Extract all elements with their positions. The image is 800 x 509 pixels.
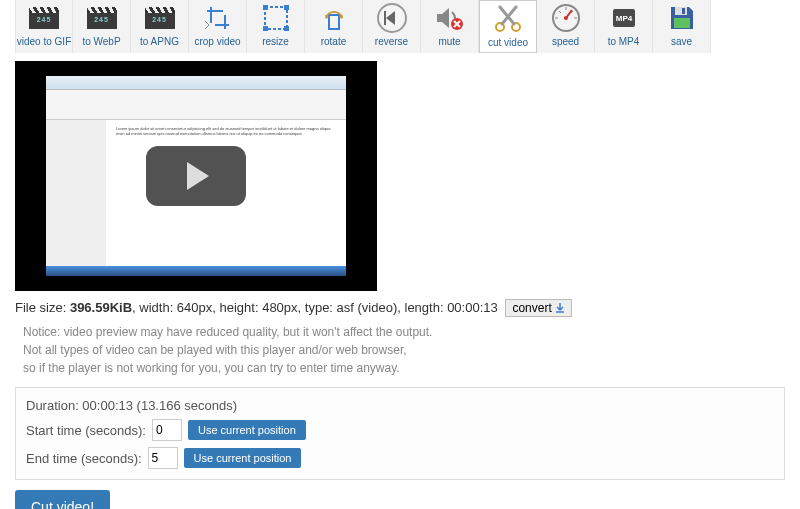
notice-line-1: Notice: video preview may have reduced q… [23, 323, 785, 341]
file-size-prefix: File size: [15, 300, 70, 315]
tool-label: mute [438, 36, 460, 47]
tool-label: to MP4 [608, 36, 640, 47]
use-current-end-button[interactable]: Use current position [184, 448, 302, 468]
svg-rect-7 [384, 11, 386, 25]
svg-rect-4 [284, 26, 289, 31]
play-icon [187, 162, 209, 190]
duration-label: Duration: 00:00:13 (13.166 seconds) [26, 398, 237, 413]
svg-rect-3 [263, 26, 268, 31]
tool-label: crop video [194, 36, 240, 47]
cut-panel: Duration: 00:00:13 (13.166 seconds) Star… [15, 387, 785, 480]
start-time-row: Start time (seconds): Use current positi… [26, 419, 774, 441]
tool-label: reverse [375, 36, 408, 47]
clapperboard-icon: 245 [144, 2, 176, 34]
svg-rect-15 [675, 7, 687, 15]
svg-rect-16 [682, 8, 685, 14]
tool-rotate[interactable]: rotate [305, 0, 363, 53]
svg-rect-5 [329, 15, 339, 29]
start-time-label: Start time (seconds): [26, 423, 146, 438]
clapperboard-icon: 245 [28, 2, 60, 34]
tool-to-mp4[interactable]: MP4 to MP4 [595, 0, 653, 53]
tool-mute[interactable]: mute [421, 0, 479, 53]
cut-video-button[interactable]: Cut video! [15, 490, 110, 509]
file-size-value: 396.59KiB [70, 300, 132, 315]
tool-label: to APNG [140, 36, 179, 47]
notice-line-2: Not all types of video can be played wit… [23, 341, 785, 359]
tool-label: resize [262, 36, 289, 47]
speedometer-icon [550, 2, 582, 34]
svg-text:MP4: MP4 [615, 14, 632, 23]
download-icon [555, 303, 565, 313]
use-current-start-button[interactable]: Use current position [188, 420, 306, 440]
svg-rect-1 [263, 5, 268, 10]
start-time-input[interactable] [152, 419, 182, 441]
reverse-icon [376, 2, 408, 34]
end-time-label: End time (seconds): [26, 451, 142, 466]
convert-label: convert [512, 301, 551, 315]
file-info: File size: 396.59KiB, width: 640px, heig… [15, 299, 785, 317]
tool-label: cut video [488, 37, 528, 48]
tool-label: speed [552, 36, 579, 47]
crop-icon [202, 2, 234, 34]
end-time-input[interactable] [148, 447, 178, 469]
notice-text: Notice: video preview may have reduced q… [23, 323, 785, 377]
duration-row: Duration: 00:00:13 (13.166 seconds) [26, 398, 774, 413]
play-button[interactable] [146, 146, 246, 206]
tool-label: video to GIF [17, 36, 71, 47]
svg-rect-0 [265, 7, 287, 29]
rotate-icon [318, 2, 350, 34]
file-info-suffix: , width: 640px, height: 480px, type: asf… [132, 300, 498, 315]
clapperboard-icon: 245 [86, 2, 118, 34]
tool-crop-video[interactable]: crop video [189, 0, 247, 53]
scissors-icon [492, 3, 524, 35]
tool-label: save [671, 36, 692, 47]
toolbar: 245 video to GIF 245 to WebP 245 to APNG… [15, 0, 785, 53]
tool-reverse[interactable]: reverse [363, 0, 421, 53]
svg-rect-17 [674, 18, 690, 28]
notice-line-3: so if the player is not working for you,… [23, 359, 785, 377]
tool-cut-video[interactable]: cut video [479, 0, 537, 53]
tool-to-webp[interactable]: 245 to WebP [73, 0, 131, 53]
tool-label: to WebP [82, 36, 120, 47]
tool-speed[interactable]: speed [537, 0, 595, 53]
resize-icon [260, 2, 292, 34]
mp4-icon: MP4 [608, 2, 640, 34]
mute-icon [434, 2, 466, 34]
tool-label: rotate [321, 36, 347, 47]
tool-video-to-gif[interactable]: 245 video to GIF [15, 0, 73, 53]
svg-rect-2 [284, 5, 289, 10]
tool-resize[interactable]: resize [247, 0, 305, 53]
video-player[interactable]: Lorem ipsum dolor sit amet consectetur a… [15, 61, 377, 291]
end-time-row: End time (seconds): Use current position [26, 447, 774, 469]
tool-to-apng[interactable]: 245 to APNG [131, 0, 189, 53]
floppy-disk-icon [666, 2, 698, 34]
svg-point-12 [564, 16, 568, 20]
convert-button[interactable]: convert [505, 299, 571, 317]
tool-save[interactable]: save [653, 0, 711, 53]
